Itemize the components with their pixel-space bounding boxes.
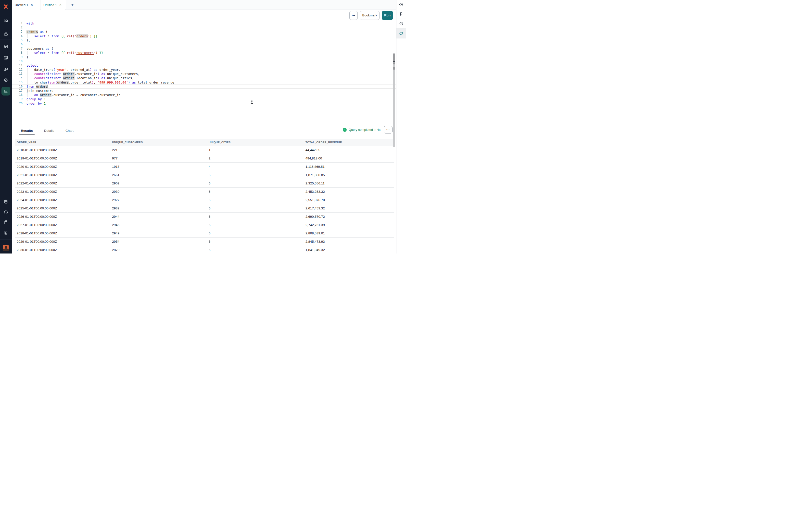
- user-avatar[interactable]: [0, 243, 12, 253]
- sidebar-item-clipboard[interactable]: [0, 197, 12, 207]
- results-more-button[interactable]: •••: [384, 126, 393, 133]
- code-line[interactable]: 15 to_char(sum(orders.order_total), '999…: [12, 80, 396, 84]
- run-button[interactable]: Run: [382, 11, 393, 20]
- line-number: 8: [12, 51, 22, 55]
- close-icon[interactable]: ✕: [31, 4, 33, 6]
- sidebar-item-home[interactable]: [0, 15, 12, 25]
- hex-logo[interactable]: [0, 2, 12, 11]
- close-icon[interactable]: ✕: [59, 4, 61, 6]
- code-line[interactable]: 3orders as (: [12, 30, 396, 34]
- table-row[interactable]: 2023-01-01T00:00:00.000Z293062,453,253.3…: [15, 188, 394, 196]
- table-cell: 2030-01-01T00:00:00.000Z: [15, 248, 110, 252]
- code-line[interactable]: 16from orders: [12, 84, 396, 89]
- right-rail-history[interactable]: [397, 19, 406, 29]
- table-cell: 2,325,556.11: [304, 181, 394, 185]
- sql-editor[interactable]: 1with23orders as (4 select * from {{ ref…: [12, 21, 396, 125]
- bookmark-icon: [399, 12, 404, 16]
- sidebar-item-windows[interactable]: [0, 64, 12, 74]
- column-header[interactable]: ORDER_YEAR: [15, 141, 110, 144]
- table-row[interactable]: 2027-01-01T00:00:00.000Z294662,742,751.3…: [15, 221, 394, 229]
- sidebar-item-organization[interactable]: [0, 228, 12, 238]
- table-cell: 2022-01-01T00:00:00.000Z: [15, 181, 110, 185]
- table-cell: 2029-01-01T00:00:00.000Z: [15, 240, 110, 243]
- file-tab-1[interactable]: Untitled 1 ✕: [12, 0, 41, 10]
- code-line[interactable]: 12 date_trunc('year', ordered_at) as ord…: [12, 68, 396, 72]
- code-line[interactable]: 20order by 1: [12, 101, 396, 106]
- right-rail-bookmark[interactable]: [397, 9, 406, 19]
- table-row[interactable]: 2028-01-01T00:00:00.000Z294962,808,539.0…: [15, 229, 394, 238]
- query-status: ✓ Query completed in 4s: [343, 125, 380, 134]
- table-cell: 2944: [110, 215, 207, 219]
- table-row[interactable]: 2019-01-01T00:00:00.000Z9772494,818.00: [15, 154, 394, 163]
- sidebar-item-docs[interactable]: [0, 218, 12, 227]
- code-line[interactable]: 17join customers: [12, 89, 396, 93]
- table-row[interactable]: 2022-01-01T00:00:00.000Z290262,325,556.1…: [15, 179, 394, 188]
- code-line[interactable]: 7customers as (: [12, 47, 396, 51]
- table-cell: 2018-01-01T00:00:00.000Z: [15, 148, 110, 152]
- column-header[interactable]: UNIQUE_CITIES: [207, 141, 304, 144]
- headset-icon: [3, 210, 8, 215]
- code-area: 1with23orders as (4 select * from {{ ref…: [12, 21, 396, 106]
- table-cell: 2027-01-01T00:00:00.000Z: [15, 223, 110, 227]
- table-header: ORDER_YEARUNIQUE_CUSTOMERSUNIQUE_CITIEST…: [15, 138, 394, 146]
- table-cell: 2,453,253.32: [304, 190, 394, 193]
- table-row[interactable]: 2020-01-01T00:00:00.000Z191741,115,869.5…: [15, 163, 394, 171]
- add-tab-button[interactable]: +: [69, 1, 76, 8]
- sidebar-item-apps[interactable]: [0, 42, 12, 51]
- code-line[interactable]: 11select: [12, 63, 396, 68]
- sidebar-item-terminal[interactable]: [0, 86, 12, 96]
- column-header[interactable]: UNIQUE_CUSTOMERS: [110, 141, 207, 144]
- column-header[interactable]: TOTAL_ORDER_REVENUE: [304, 141, 394, 144]
- code-line[interactable]: 14 count(distinct orders.location_id) as…: [12, 76, 396, 80]
- code-line[interactable]: 10: [12, 59, 396, 63]
- code-line[interactable]: 2: [12, 25, 396, 30]
- code-line[interactable]: 1with: [12, 21, 396, 25]
- table-cell: 2902: [110, 181, 207, 185]
- table-row[interactable]: 2018-01-01T00:00:00.000Z221144,442.65: [15, 146, 394, 154]
- right-rail-explore[interactable]: [397, 0, 406, 9]
- editor-scrollbar[interactable]: [393, 53, 395, 147]
- code-line[interactable]: 19group by 1: [12, 97, 396, 101]
- table-cell: 1: [207, 148, 304, 152]
- table-row[interactable]: 2021-01-01T00:00:00.000Z266161,871,800.8…: [15, 171, 394, 179]
- sidebar-item-collections[interactable]: [0, 29, 12, 39]
- line-number: 15: [12, 80, 22, 84]
- table-row[interactable]: 2025-01-01T00:00:00.000Z293262,617,453.3…: [15, 204, 394, 213]
- scrollbar-marker: [393, 62, 395, 64]
- table-row[interactable]: 2024-01-01T00:00:00.000Z292762,551,076.7…: [15, 196, 394, 204]
- table-row[interactable]: 2030-01-01T00:00:00.000Z287961,841,049.3…: [15, 246, 394, 253]
- table-body: 2018-01-01T00:00:00.000Z221144,442.65201…: [15, 146, 394, 253]
- table-cell: 2024-01-01T00:00:00.000Z: [15, 198, 110, 202]
- code-line[interactable]: 13 count(distinct orders.customer_id) as…: [12, 72, 396, 76]
- file-tab-2-active[interactable]: Untitled 1 ✕: [41, 0, 66, 10]
- sidebar-item-code-cell[interactable]: [0, 53, 12, 63]
- line-number: 18: [12, 93, 22, 97]
- code-line[interactable]: 18 on orders.customer_id = customers.cus…: [12, 93, 396, 97]
- tab-details[interactable]: Details: [42, 126, 56, 135]
- bookmark-button[interactable]: Bookmark: [360, 11, 379, 20]
- code-line[interactable]: 9): [12, 55, 396, 59]
- left-sidebar: [0, 0, 12, 253]
- scrollbar-thumb[interactable]: [393, 54, 395, 61]
- line-number: 4: [12, 34, 22, 38]
- table-row[interactable]: 2026-01-01T00:00:00.000Z294462,690,570.7…: [15, 213, 394, 221]
- tab-chart[interactable]: Chart: [64, 126, 75, 135]
- code-line[interactable]: 6: [12, 42, 396, 47]
- code-line[interactable]: 5),: [12, 38, 396, 42]
- tab-results[interactable]: Results: [19, 126, 35, 135]
- results-panel: ResultsDetailsChart ✓ Query completed in…: [12, 125, 396, 253]
- code-line[interactable]: 8 select * from {{ ref('customers') }}: [12, 51, 396, 55]
- divider: [0, 39, 12, 40]
- right-rail-ai-chat[interactable]: [397, 29, 406, 39]
- table-cell: 2949: [110, 231, 207, 235]
- table-cell: 1,871,800.85: [304, 173, 394, 177]
- table-row[interactable]: 2029-01-01T00:00:00.000Z295462,845,473.9…: [15, 238, 394, 246]
- sidebar-item-support[interactable]: [0, 207, 12, 217]
- line-number: 20: [12, 101, 22, 106]
- scrollbar-marker: [393, 67, 395, 69]
- more-options-button[interactable]: •••: [349, 11, 358, 20]
- table-cell: 6: [207, 248, 304, 252]
- code-line[interactable]: 4 select * from {{ ref('orders') }}: [12, 34, 396, 38]
- sidebar-item-explore[interactable]: [0, 75, 12, 85]
- table-cell: 2,617,453.32: [304, 207, 394, 210]
